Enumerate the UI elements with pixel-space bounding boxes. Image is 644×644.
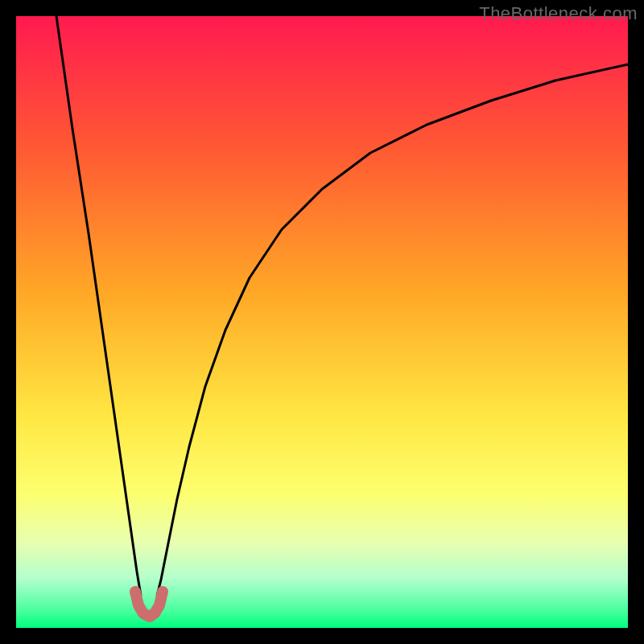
watermark-text: TheBottleneck.com	[479, 3, 638, 24]
chart-svg	[16, 16, 628, 628]
chart-plot-area	[16, 16, 628, 628]
chart-background	[16, 16, 628, 628]
